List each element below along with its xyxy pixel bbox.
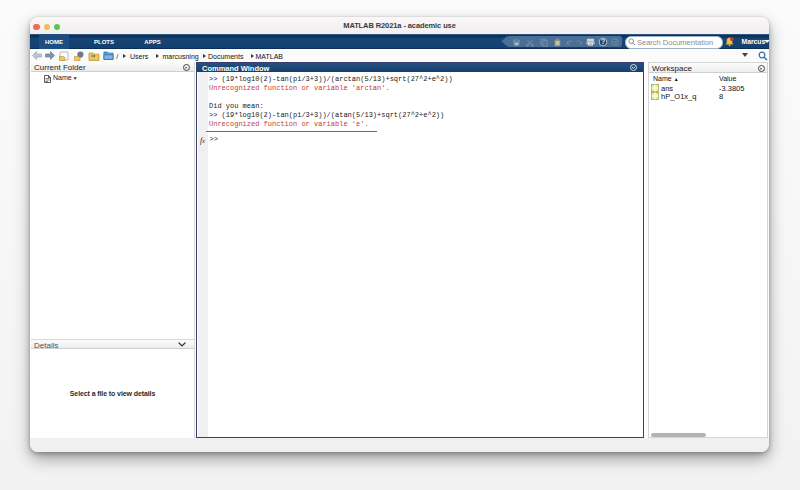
- svg-text:?: ?: [601, 38, 605, 45]
